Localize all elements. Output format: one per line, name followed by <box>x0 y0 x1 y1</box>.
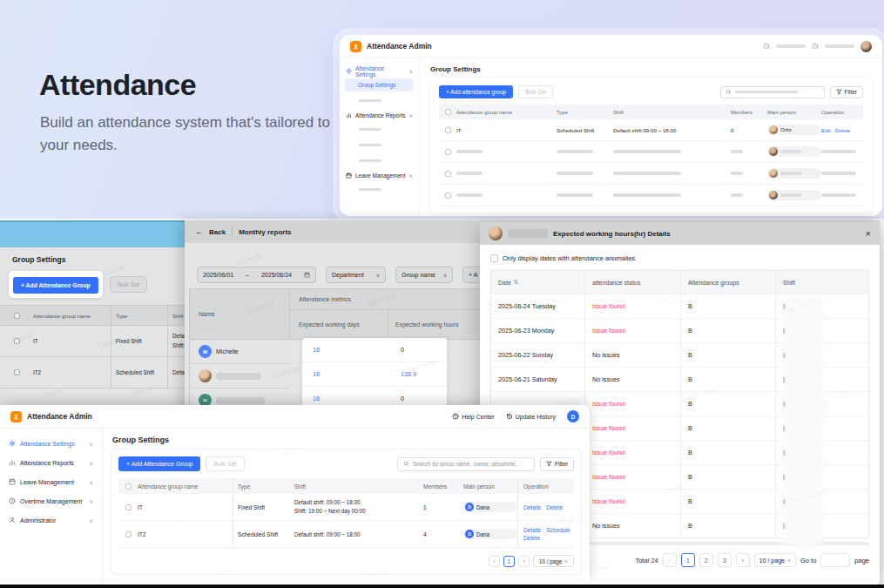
table-row[interactable]: IT Fixed Shift Default shift: 09:00 ~ 18… <box>0 326 185 357</box>
search-input[interactable]: Search by group name, owner, departme... <box>397 457 535 471</box>
anomaly-checkbox[interactable] <box>490 254 498 262</box>
next-page-button[interactable]: › <box>736 553 750 567</box>
date-separator: – <box>246 272 249 278</box>
table-row[interactable]: IT Fixed Shift Default shift: 09:00 ~ 18… <box>118 494 574 521</box>
employee-row[interactable]: M Michelle <box>189 340 290 364</box>
total-count: Total 24 <box>635 557 658 564</box>
hours-value[interactable]: 0 <box>401 395 447 402</box>
group-name-select[interactable]: Group name∨ <box>395 267 453 283</box>
add-attendance-group-button[interactable]: + Add Attendance Group <box>118 456 200 471</box>
user-avatar[interactable] <box>860 41 872 52</box>
select-all-checkbox[interactable] <box>14 313 20 319</box>
sidebar-item-leave-management[interactable]: Leave Management ∧ <box>340 169 419 182</box>
sidebar-item-label: Attendance Settings <box>355 65 406 78</box>
type-cell: Scheduled Shift <box>557 127 613 133</box>
row-checkbox[interactable] <box>445 193 451 199</box>
row-checkbox[interactable] <box>125 504 132 510</box>
row-checkbox[interactable] <box>445 127 451 133</box>
edit-link[interactable]: Edit <box>821 127 831 133</box>
back-arrow-icon[interactable]: ← <box>195 227 203 236</box>
days-value[interactable]: 16 <box>302 370 401 378</box>
prev-page-button[interactable]: ‹ <box>663 553 677 567</box>
delete-link[interactable]: Delete <box>523 535 540 541</box>
next-page-button[interactable]: › <box>518 556 530 567</box>
sidebar-item-attendance-reports[interactable]: Attendance Reports ∨ <box>0 453 102 472</box>
search-input[interactable] <box>720 86 825 98</box>
table-row[interactable]: IT Scheduled Shift Default shift:09:00 ~… <box>439 119 863 141</box>
sidebar-item-group-settings[interactable]: Group Settings <box>345 78 414 91</box>
page-button[interactable]: 3 <box>718 553 732 567</box>
table-header-row: Attendance group name Type Shift Members… <box>439 105 863 119</box>
close-icon[interactable]: × <box>866 229 871 239</box>
sort-icon[interactable]: ⇅ <box>514 279 519 286</box>
help-center-link[interactable]: Help Center <box>452 413 494 420</box>
goto-page-input[interactable] <box>820 553 850 567</box>
row-checkbox[interactable] <box>14 369 20 375</box>
row-checkbox[interactable] <box>445 149 451 155</box>
details-link[interactable]: Details <box>523 504 541 510</box>
history-label: Update History <box>516 414 556 420</box>
table-row[interactable]: IT2 Scheduled Shift Default shift: 09:00… <box>0 357 185 389</box>
select-all-checkbox[interactable] <box>445 109 451 115</box>
bulk-set-button[interactable]: Bulk Set <box>110 276 147 293</box>
row-checkbox[interactable] <box>125 531 132 537</box>
sidebar-item-leave-management[interactable]: Leave Management ∨ <box>0 472 102 491</box>
details-link[interactable]: Details <box>523 527 541 533</box>
page-size-select[interactable]: 10 / page∨ <box>754 553 796 567</box>
filter-button[interactable]: Filter <box>830 86 863 98</box>
app-title: Attendance Admin <box>367 42 432 51</box>
search-placeholder: Search by group name, owner, departme... <box>413 461 520 467</box>
hours-value[interactable]: 136.9 <box>401 370 447 378</box>
status-icon[interactable] <box>812 43 819 50</box>
group-cell: B <box>681 294 776 318</box>
placeholder-bar <box>456 172 482 175</box>
column-header: Shift <box>776 271 868 294</box>
table-header-row: Attendance group name Type Shift <box>0 305 185 326</box>
department-select[interactable]: Department∨ <box>326 267 386 283</box>
members-cell: 0 <box>731 127 767 133</box>
placeholder-bar <box>731 172 743 175</box>
clock-icon[interactable] <box>763 43 770 50</box>
add-attendance-group-button[interactable]: + Add attendance group <box>439 85 513 98</box>
sidebar-item-attendance-settings[interactable]: Attendance Settings ∧ <box>340 64 419 78</box>
delete-link[interactable]: Delete <box>546 504 563 510</box>
filter-label: Filter <box>845 89 857 95</box>
bulk-set-button[interactable]: Bulk Set <box>518 85 553 98</box>
row-checkbox[interactable] <box>445 171 451 177</box>
column-header: Operation <box>517 478 574 494</box>
days-value[interactable]: 16 <box>302 346 401 354</box>
chevron-down-icon: ∨ <box>90 441 93 447</box>
user-avatar[interactable]: D <box>567 410 579 422</box>
employee-row[interactable] <box>189 364 290 389</box>
sidebar-item-overtime-management[interactable]: Overtime Management ∨ <box>0 491 102 510</box>
days-value[interactable]: 16 <box>302 395 401 402</box>
type-cell: Scheduled Shift <box>233 531 294 537</box>
sidebar-item-administrator[interactable]: Administrator ∨ <box>0 510 102 530</box>
hours-value[interactable]: 0 <box>401 346 447 354</box>
operation-cell: Details Schedule Delete <box>517 521 574 547</box>
sidebar: Attendance Settings ∧ Group Settings Att… <box>340 58 420 216</box>
update-history-link[interactable]: Update History <box>506 413 556 420</box>
schedule-link[interactable]: Schedule <box>546 527 570 533</box>
page-button[interactable]: 2 <box>699 553 713 567</box>
bulk-set-button[interactable]: Bulk Set <box>206 456 244 471</box>
sidebar-item-attendance-reports[interactable]: Attendance Reports ∧ <box>340 109 419 122</box>
date-range-picker[interactable]: 2025/06/01 – 2025/06/24 <box>197 267 316 283</box>
add-attendance-group-button[interactable]: + Add Attendance Group <box>13 277 98 294</box>
prev-page-button[interactable]: ‹ <box>489 556 500 567</box>
table-row[interactable]: IT2 Scheduled Shift Default shift: 09:00… <box>118 521 574 548</box>
page-size-select[interactable]: 10 / page∨ <box>533 555 574 567</box>
page-button[interactable]: 1 <box>681 553 695 567</box>
table-row-skeleton <box>439 163 863 185</box>
sidebar-item-attendance-settings[interactable]: Attendance Settings ∨ <box>0 434 102 453</box>
row-checkbox[interactable] <box>14 338 20 344</box>
anomaly-filter[interactable]: Only display dates with attendance anoma… <box>490 254 869 262</box>
employee-avatar: M <box>199 345 212 358</box>
page-button[interactable]: 1 <box>503 556 515 567</box>
filter-button[interactable]: Filter <box>540 457 574 471</box>
back-button[interactable]: Back <box>209 228 226 236</box>
person-avatar <box>769 169 778 178</box>
delete-link[interactable]: Delete <box>835 127 851 133</box>
column-header-days: Expected working days <box>290 310 388 340</box>
select-all-checkbox[interactable] <box>125 483 132 490</box>
